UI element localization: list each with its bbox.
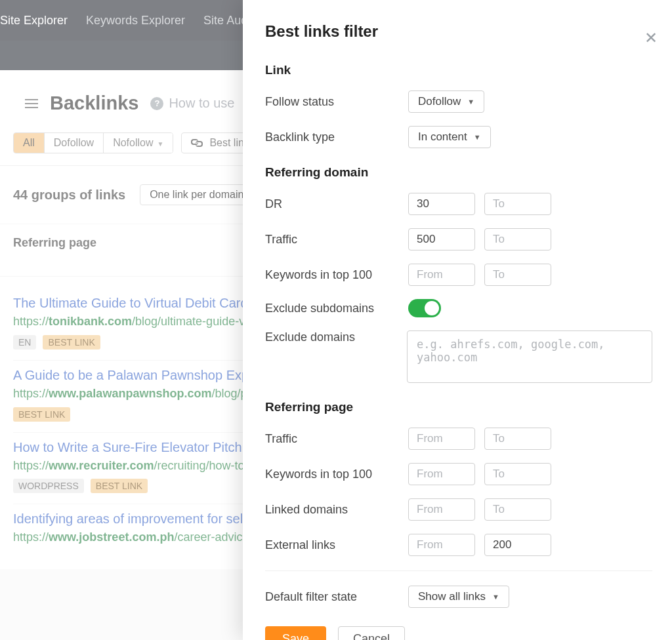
cancel-button[interactable]: Cancel <box>338 626 405 640</box>
how-to-use-link[interactable]: ? How to use <box>150 96 234 111</box>
chevron-down-icon: ▼ <box>474 133 481 141</box>
seg-all[interactable]: All <box>14 133 45 153</box>
groups-count: 44 groups of links <box>13 188 125 203</box>
kw-from-input[interactable] <box>408 264 475 286</box>
platform-badge: WORDPRESS <box>13 479 84 493</box>
follow-status-select[interactable]: Dofollow▼ <box>408 90 484 113</box>
rp-kw-to-input[interactable] <box>484 463 551 485</box>
divider <box>265 570 652 571</box>
seg-dofollow[interactable]: Dofollow <box>45 133 104 153</box>
link-icon <box>191 137 203 149</box>
best-link-badge: BEST LINK <box>91 479 148 493</box>
panel-title: Best links filter <box>265 22 652 41</box>
toggle-knob <box>425 301 439 315</box>
best-link-badge: BEST LINK <box>43 335 100 350</box>
follow-segment: All Dofollow Nofollow▼ <box>13 132 173 153</box>
chevron-down-icon: ▼ <box>467 98 474 106</box>
rp-kw-from-input[interactable] <box>408 463 475 485</box>
section-referring-domain: Referring domain <box>265 165 652 180</box>
best-links-filter-panel: ✕ Best links filter Link Follow status D… <box>243 0 672 640</box>
linked-to-input[interactable] <box>484 498 551 521</box>
backlink-type-select[interactable]: In content▼ <box>408 126 491 148</box>
nav-keywords-explorer[interactable]: Keywords Explorer <box>86 14 185 28</box>
grouping-dropdown[interactable]: One link per domain <box>140 184 253 205</box>
label-rp-keywords: Keywords in top 100 <box>265 468 408 481</box>
kw-to-input[interactable] <box>484 264 551 286</box>
label-follow-status: Follow status <box>265 95 408 109</box>
chevron-down-icon: ▼ <box>492 593 499 601</box>
dr-from-input[interactable] <box>408 193 475 215</box>
dr-to-input[interactable] <box>484 193 551 215</box>
chevron-down-icon: ▼ <box>158 140 164 148</box>
help-icon: ? <box>150 97 163 110</box>
exclude-subdomains-toggle[interactable] <box>408 299 441 317</box>
traffic-to-input[interactable] <box>484 228 551 250</box>
traffic-from-input[interactable] <box>408 228 475 250</box>
nav-site-explorer[interactable]: Site Explorer <box>0 14 68 28</box>
default-filter-select[interactable]: Show all links▼ <box>408 586 509 608</box>
ext-from-input[interactable] <box>408 534 475 556</box>
best-link-badge: BEST LINK <box>13 407 70 422</box>
seg-nofollow[interactable]: Nofollow▼ <box>104 133 173 153</box>
label-rp-traffic: Traffic <box>265 432 408 446</box>
save-button[interactable]: Save <box>265 626 326 640</box>
lang-badge: EN <box>13 335 36 350</box>
page-title: Backlinks <box>50 92 138 114</box>
section-referring-page: Referring page <box>265 400 652 414</box>
label-linked-domains: Linked domains <box>265 503 408 517</box>
rp-traffic-from-input[interactable] <box>408 428 475 450</box>
panel-actions: Save Cancel <box>265 626 652 640</box>
menu-icon[interactable] <box>25 99 38 108</box>
label-backlink-type: Backlink type <box>265 130 408 144</box>
exclude-domains-textarea[interactable] <box>407 330 652 383</box>
label-external-links: External links <box>265 538 408 552</box>
label-traffic: Traffic <box>265 233 408 247</box>
label-default-filter-state: Default filter state <box>265 590 408 604</box>
rp-traffic-to-input[interactable] <box>484 428 551 450</box>
label-exclude-subdomains: Exclude subdomains <box>265 302 408 315</box>
label-dr: DR <box>265 197 408 211</box>
linked-from-input[interactable] <box>408 498 475 521</box>
label-exclude-domains: Exclude domains <box>265 330 407 344</box>
how-to-use-label: How to use <box>169 96 234 111</box>
ext-to-input[interactable] <box>484 534 551 556</box>
section-link: Link <box>265 63 652 77</box>
label-keywords-100: Keywords in top 100 <box>265 268 408 282</box>
close-icon[interactable]: ✕ <box>644 29 658 47</box>
